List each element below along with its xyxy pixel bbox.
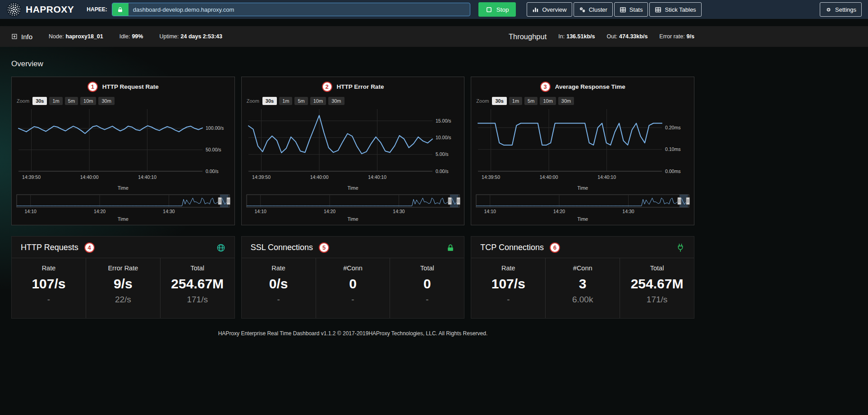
- info-item-node: Node:haproxy18_01: [49, 33, 103, 40]
- main-chart[interactable]: 14:39:5014:40:0014:40:100.00/s50.00/s100…: [16, 106, 230, 183]
- footer-text: HAProxy Enterprise Real Time Dashboard v…: [11, 330, 694, 337]
- stat-column-header: Total: [161, 265, 234, 272]
- navigator-handle-right[interactable]: [686, 197, 690, 205]
- lock-icon: [117, 6, 124, 13]
- throughput-label: Throughput: [509, 32, 547, 41]
- zoom-option-10m[interactable]: 10m: [310, 97, 326, 105]
- info-item-uptime: Uptime:24 days 2:53:43: [159, 33, 222, 40]
- svg-text:14:39:50: 14:39:50: [482, 174, 500, 180]
- zoom-option-30m[interactable]: 30m: [558, 97, 574, 105]
- stat-column-value: 0: [390, 276, 464, 292]
- main-chart[interactable]: 14:39:5014:40:0014:40:100.00/s5.00/s10.0…: [246, 106, 460, 183]
- info-title[interactable]: Info: [11, 33, 32, 41]
- svg-text:15.00/s: 15.00/s: [436, 118, 451, 123]
- stat-column-header: Total: [620, 265, 694, 272]
- stat-column-total: Total254.67M171/s: [620, 258, 694, 318]
- zoom-option-30s[interactable]: 30s: [32, 97, 47, 105]
- stat-column-sub: 6.00k: [546, 295, 620, 305]
- cluster-gears-icon: [579, 6, 586, 13]
- stat-columns: Rate107/s-Error Rate9/s22/sTotal254.67M1…: [12, 258, 234, 318]
- stat-column-value: 107/s: [471, 276, 545, 292]
- navigator[interactable]: 14:1014:2014:30: [475, 193, 690, 214]
- main-chart[interactable]: 14:39:5014:40:0014:40:100.00ms0.10ms0.20…: [475, 106, 690, 183]
- zoom-option-1m[interactable]: 1m: [509, 97, 522, 105]
- zoom-option-5m[interactable]: 5m: [294, 97, 308, 105]
- nav-button-cluster[interactable]: Cluster: [574, 2, 613, 17]
- info-item-value: 24 days 2:53:43: [181, 33, 222, 40]
- throughput-item-label: Out:: [606, 33, 617, 40]
- navigator-handle-left[interactable]: [448, 197, 451, 205]
- stat-column-header: Rate: [12, 265, 86, 272]
- svg-text:14:40:10: 14:40:10: [598, 174, 616, 180]
- stat-column-header: #Conn: [546, 265, 620, 272]
- throughput-item-value: 9/s: [687, 33, 694, 40]
- zoom-option-30m[interactable]: 30m: [328, 97, 344, 105]
- stop-button[interactable]: Stop: [478, 2, 516, 17]
- nav-button-label: Overview: [542, 6, 566, 13]
- throughput-item-value: 474.33kb/s: [619, 33, 648, 40]
- info-item-value: haproxy18_01: [65, 33, 103, 40]
- zoom-option-10m[interactable]: 10m: [540, 97, 556, 105]
- navigator-handle-left[interactable]: [218, 197, 222, 205]
- navigator[interactable]: 14:1014:2014:30: [16, 193, 230, 214]
- stat-column-value: 107/s: [12, 276, 86, 292]
- zoom-option-1m[interactable]: 1m: [49, 97, 62, 105]
- zoom-option-5m[interactable]: 5m: [65, 97, 78, 105]
- page-title: Overview: [11, 59, 868, 68]
- zoom-option-5m[interactable]: 5m: [524, 97, 537, 105]
- step-badge: 2: [322, 82, 332, 92]
- zoom-option-10m[interactable]: 10m: [80, 97, 96, 105]
- zoom-controls: Zoom30s1m5m10m30m: [476, 97, 690, 105]
- nav-button-stats[interactable]: Stats: [614, 2, 648, 17]
- navigator-handle-left[interactable]: [678, 197, 681, 205]
- zoom-option-30m[interactable]: 30m: [98, 97, 114, 105]
- svg-text:5.00/s: 5.00/s: [436, 151, 449, 157]
- card-title: TCP Connections: [480, 243, 544, 252]
- zoom-option-1m[interactable]: 1m: [279, 97, 292, 105]
- info-label: Info: [21, 33, 32, 41]
- plug-icon: [676, 243, 685, 252]
- stat-column-sub: -: [12, 295, 86, 305]
- overview-chart-icon: [532, 6, 539, 13]
- hapee-label: HAPEE:: [87, 6, 107, 13]
- card-header: HTTP Requests4: [12, 237, 234, 258]
- throughput-item-out: Out:474.33kb/s: [606, 33, 648, 40]
- stat-column-header: Rate: [471, 265, 545, 272]
- card-icon-wrap: [676, 243, 685, 252]
- url-input-group: [112, 3, 470, 16]
- info-bar: Info Node:haproxy18_01Idle:99%Uptime:24 …: [0, 26, 868, 47]
- zoom-option-30s[interactable]: 30s: [492, 97, 506, 105]
- card-title: SSL Connections: [251, 243, 313, 252]
- card-header: TCP Connections6: [471, 237, 694, 258]
- navigator[interactable]: 14:1014:2014:30: [246, 193, 460, 214]
- nav-button-stick-tables[interactable]: Stick Tables: [649, 2, 701, 17]
- chart-panel-http-request-rate: 1HTTP Request RateZoom30s1m5m10m30m14:39…: [11, 77, 235, 225]
- stat-column-sub: 22/s: [86, 295, 160, 305]
- url-input[interactable]: [129, 3, 470, 16]
- zoom-option-30s[interactable]: 30s: [262, 97, 277, 105]
- chart-title: Average Response Time: [555, 83, 625, 90]
- navigator-handle-right[interactable]: [456, 197, 460, 205]
- stop-button-label: Stop: [496, 6, 509, 13]
- stat-column-value: 254.67M: [161, 276, 234, 292]
- step-badge: 3: [540, 82, 551, 92]
- zoom-label: Zoom: [17, 98, 29, 104]
- svg-text:14:20: 14:20: [94, 209, 106, 214]
- nav-button-overview[interactable]: Overview: [527, 2, 572, 17]
- svg-text:14:30: 14:30: [163, 209, 175, 214]
- svg-text:0.20ms: 0.20ms: [665, 125, 680, 130]
- svg-text:14:20: 14:20: [324, 209, 335, 214]
- svg-text:14:40:10: 14:40:10: [368, 174, 386, 180]
- info-item-label: Uptime:: [159, 33, 179, 40]
- nav-button-label: Cluster: [589, 6, 607, 13]
- chart-header: 2HTTP Error Rate: [246, 82, 460, 92]
- svg-text:10.00/s: 10.00/s: [436, 135, 451, 140]
- stat-column-header: Total: [390, 265, 464, 272]
- throughput-item-value: 136.51kb/s: [566, 33, 595, 40]
- stat-column-value: 0/s: [242, 276, 316, 292]
- navigator-handle-right[interactable]: [227, 197, 230, 205]
- url-lock-segment: [112, 3, 129, 16]
- throughput-group: Throughput In:136.51kb/sOut:474.33kb/sEr…: [509, 32, 694, 41]
- stat-columns: Rate107/s-#Conn36.00kTotal254.67M171/s: [471, 258, 694, 318]
- settings-button[interactable]: Settings: [820, 2, 862, 17]
